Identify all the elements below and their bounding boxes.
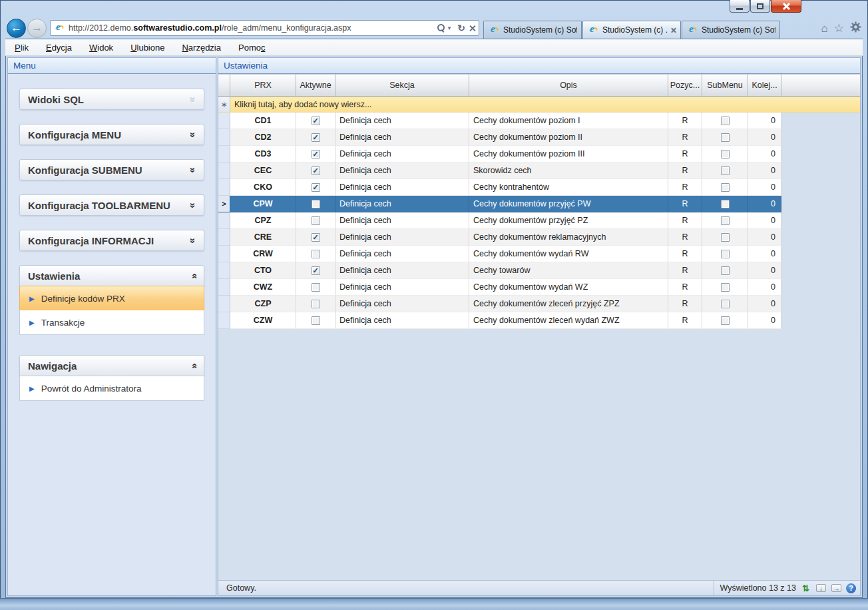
sidebar-item[interactable]: ▶Powrót do Administratora — [20, 376, 204, 400]
star-icon[interactable]: ☆ — [834, 23, 844, 34]
row-selector[interactable] — [218, 296, 230, 312]
table-row[interactable]: CD2✓Definicja cechCechy dokumentów pozio… — [218, 129, 860, 146]
cell-aktywne — [296, 212, 335, 229]
menu-item-widok[interactable]: Widok — [89, 43, 113, 53]
sidebar-group-button[interactable]: Ustawienia» — [19, 265, 204, 286]
row-selector[interactable] — [218, 162, 230, 179]
comment-icon[interactable]: → — [831, 583, 842, 593]
checkbox[interactable] — [312, 316, 320, 325]
maximize-button[interactable] — [750, 0, 770, 13]
add-new-row[interactable]: ∗ Kliknij tutaj, aby dodać nowy wiersz..… — [218, 97, 860, 113]
menu-item-narzędzia[interactable]: Narzędzia — [182, 43, 221, 53]
table-row[interactable]: CZPDefinicja cechCechy dokumentów zleceń… — [218, 296, 860, 312]
table-row[interactable]: CD1✓Definicja cechCechy dokumentów pozio… — [218, 113, 860, 129]
table-row[interactable]: CD3✓Definicja cechCechy dokumentów pozio… — [218, 146, 860, 162]
tab-close-icon[interactable] — [670, 27, 676, 33]
row-selector[interactable] — [218, 113, 230, 129]
checkbox[interactable]: ✓ — [312, 183, 320, 192]
cell-filler — [781, 162, 860, 179]
row-selector[interactable] — [218, 262, 230, 279]
table-row[interactable]: CKO✓Definicja cechCechy kontrahentówR0 — [218, 179, 860, 196]
column-header-prx[interactable]: PRX — [230, 74, 296, 96]
browser-tab-1[interactable]: eStudioSystem (c) Sof... — [483, 21, 582, 39]
sidebar-group-button[interactable]: Nawigacja» — [19, 355, 204, 376]
sidebar-group-button[interactable]: Konfiguracja SUBMENU» — [19, 159, 204, 180]
column-header-opis[interactable]: Opis — [469, 74, 668, 96]
row-selector[interactable] — [218, 246, 230, 262]
checkbox[interactable]: ✓ — [312, 150, 320, 158]
menu-item-pomoc[interactable]: Pomoc — [238, 43, 265, 53]
sidebar-item[interactable]: ▶Transakcje — [20, 310, 204, 334]
row-selector[interactable] — [218, 212, 230, 229]
sidebar-group-button[interactable]: Konfiguracja INFORMACJI» — [19, 230, 204, 251]
table-row[interactable]: CEC✓Definicja cechSkorowidz cechR0 — [218, 162, 860, 179]
export-icon[interactable]: ↓ — [815, 583, 827, 593]
minimize-button[interactable] — [730, 0, 750, 13]
refresh-data-icon[interactable]: ⇅ — [800, 583, 811, 593]
browser-tab-3[interactable]: eStudioSystem (c) Sof... — [682, 21, 780, 39]
stop-icon[interactable] — [469, 25, 476, 32]
column-header-kolej[interactable]: Kolej... — [748, 74, 781, 96]
address-bar[interactable]: e http://2012.demo.softwarestudio.com.pl… — [50, 20, 479, 36]
column-header-sekcja[interactable]: Sekcja — [335, 74, 469, 96]
checkbox[interactable] — [721, 150, 730, 158]
checkbox[interactable] — [312, 300, 320, 308]
checkbox[interactable] — [721, 300, 730, 308]
checkbox[interactable] — [721, 316, 730, 325]
titlebar[interactable] — [5, 0, 863, 17]
chevron-down-icon[interactable]: ▾ — [448, 25, 451, 31]
checkbox[interactable]: ✓ — [312, 233, 320, 242]
table-row[interactable]: CTO✓Definicja cechCechy towarówR0 — [218, 262, 860, 279]
column-header-aktywne[interactable]: Aktywne — [296, 74, 335, 96]
url-text[interactable]: http://2012.demo.softwarestudio.com.pl/r… — [69, 23, 436, 33]
sidebar-group-button[interactable]: Konfiguracja MENU» — [19, 124, 204, 145]
column-header-pozyc[interactable]: Pozyc... — [668, 74, 702, 96]
checkbox[interactable] — [312, 200, 320, 208]
checkbox[interactable] — [312, 283, 320, 292]
checkbox[interactable]: ✓ — [312, 133, 320, 142]
column-header-submenu[interactable]: SubMenu — [702, 74, 748, 96]
checkbox[interactable] — [312, 250, 320, 258]
menu-item-edycja[interactable]: Edycja — [46, 43, 72, 53]
home-icon[interactable]: ⌂ — [821, 23, 827, 34]
checkbox[interactable] — [312, 216, 320, 225]
gear-icon[interactable] — [850, 21, 861, 35]
table-row[interactable]: CPZDefinicja cechCechy dokumentów przyję… — [218, 212, 860, 229]
checkbox[interactable] — [721, 183, 730, 192]
checkbox[interactable]: ✓ — [312, 266, 320, 275]
back-button[interactable]: ← — [7, 19, 26, 38]
row-selector[interactable]: > — [218, 196, 230, 212]
table-row[interactable]: CRE✓Definicja cechCechy dokumentów rekla… — [218, 229, 860, 246]
sidebar-group-button[interactable]: Konfiguracja TOOLBARMENU» — [19, 194, 204, 216]
checkbox[interactable] — [721, 166, 730, 175]
browser-tab-2[interactable]: eStudioSystem (c) ... — [582, 21, 681, 39]
row-selector[interactable] — [218, 312, 230, 329]
menu-item-plik[interactable]: Plik — [15, 43, 29, 53]
checkbox[interactable]: ✓ — [312, 117, 320, 125]
table-row[interactable]: CRWDefinicja cechCechy dokumentów wydań … — [218, 246, 860, 262]
row-selector[interactable] — [218, 146, 230, 162]
refresh-icon[interactable]: ↻ — [457, 23, 465, 33]
table-row[interactable]: CWZDefinicja cechCechy dokumentów wydań … — [218, 279, 860, 296]
checkbox[interactable] — [721, 250, 730, 258]
table-row[interactable]: >CPWDefinicja cechCechy dokumentów przyj… — [218, 196, 860, 212]
row-selector[interactable] — [218, 129, 230, 146]
table-row[interactable]: CZWDefinicja cechCechy dokumentów zleceń… — [218, 312, 860, 329]
row-selector[interactable] — [218, 279, 230, 296]
sidebar-group-button[interactable]: Widoki SQL» — [19, 89, 204, 110]
checkbox[interactable]: ✓ — [312, 166, 320, 175]
checkbox[interactable] — [721, 133, 730, 142]
search-icon[interactable] — [436, 23, 445, 33]
checkbox[interactable] — [721, 266, 730, 275]
close-button[interactable] — [771, 0, 801, 13]
checkbox[interactable] — [721, 283, 730, 292]
row-selector[interactable] — [218, 179, 230, 196]
checkbox[interactable] — [721, 216, 730, 225]
help-icon[interactable]: ? — [846, 583, 856, 593]
checkbox[interactable] — [721, 117, 730, 125]
menu-item-ulubione[interactable]: Ulubione — [130, 43, 164, 53]
row-selector[interactable] — [218, 229, 230, 246]
sidebar-item[interactable]: ▶Definicje kodów PRX — [19, 286, 204, 311]
checkbox[interactable] — [721, 233, 730, 242]
checkbox[interactable] — [721, 200, 730, 208]
